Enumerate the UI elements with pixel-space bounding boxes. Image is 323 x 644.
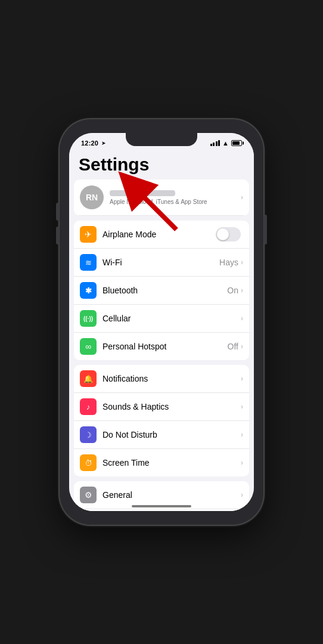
airplane-mode-toggle[interactable] <box>216 227 241 242</box>
airplane-mode-icon: ✈ <box>80 226 97 243</box>
profile-chevron: › <box>241 193 243 202</box>
notifications-chevron: › <box>241 374 243 383</box>
general-label: General <box>103 490 241 500</box>
notifications-icon: 🔔 <box>80 370 97 387</box>
page-title: Settings <box>69 150 254 179</box>
sounds-haptics-row[interactable]: ♪ Sounds & Haptics › <box>74 393 249 421</box>
airplane-mode-row[interactable]: ✈ Airplane Mode <box>74 221 249 249</box>
control-center-row[interactable]: ▦ Control Center › <box>74 509 249 511</box>
sounds-haptics-label: Sounds & Haptics <box>103 402 241 411</box>
system-section: 🔔 Notifications › ♪ Sounds & Haptics › <box>74 365 249 476</box>
screen-content: Settings RN Apple ID, iCloud, iTunes & A… <box>69 150 254 511</box>
do-not-disturb-icon: ☽ <box>80 426 97 443</box>
airplane-mode-label: Airplane Mode <box>103 230 216 239</box>
profile-row[interactable]: RN Apple ID, iCloud, iTunes & App Store … <box>74 179 249 216</box>
bluetooth-icon: ✱ <box>80 282 97 299</box>
screen-time-icon: ⏱ <box>80 454 97 471</box>
wifi-chevron: › <box>241 258 243 267</box>
wifi-label: Wi-Fi <box>103 258 219 267</box>
profile-section: RN Apple ID, iCloud, iTunes & App Store … <box>74 179 249 216</box>
screen-time-chevron: › <box>241 459 243 467</box>
notifications-row[interactable]: 🔔 Notifications › <box>74 365 249 393</box>
battery-icon <box>231 140 242 146</box>
wifi-value: Hays <box>219 258 238 267</box>
general-chevron: › <box>241 491 243 499</box>
do-not-disturb-chevron: › <box>241 431 243 439</box>
cellular-chevron: › <box>241 314 243 323</box>
cellular-icon: ((·)) <box>80 310 97 327</box>
wifi-status-icon: ▲ <box>222 140 229 147</box>
phone-screen: 12:20 ➤ ▲ Settings <box>69 133 254 511</box>
location-icon: ➤ <box>101 140 106 146</box>
personal-hotspot-icon: ∞ <box>80 338 97 355</box>
screen-time-label: Screen Time <box>103 458 241 467</box>
volume-up-button[interactable] <box>56 203 59 221</box>
cellular-row[interactable]: ((·)) Cellular › <box>74 305 249 333</box>
wifi-icon: ≋ <box>80 254 97 271</box>
bluetooth-label: Bluetooth <box>103 286 227 295</box>
general-icon: ⚙ <box>80 487 97 503</box>
do-not-disturb-row[interactable]: ☽ Do Not Disturb › <box>74 421 249 449</box>
phone-frame: 12:20 ➤ ▲ Settings <box>60 119 263 525</box>
status-icons: ▲ <box>210 140 242 147</box>
sounds-haptics-icon: ♪ <box>80 398 97 415</box>
sounds-haptics-chevron: › <box>241 402 243 411</box>
signal-icon <box>210 140 220 146</box>
avatar: RN <box>80 185 104 209</box>
bluetooth-row[interactable]: ✱ Bluetooth On › <box>74 277 249 305</box>
bluetooth-value: On <box>227 286 238 295</box>
notch <box>126 133 197 146</box>
personal-hotspot-label: Personal Hotspot <box>103 342 228 351</box>
profile-subtitle: Apple ID, iCloud, iTunes & App Store <box>110 199 241 205</box>
connectivity-section: ✈ Airplane Mode ≋ Wi-Fi Hays › <box>74 221 249 360</box>
volume-down-button[interactable] <box>56 227 59 244</box>
notifications-label: Notifications <box>103 374 241 383</box>
profile-name-blurred <box>110 190 175 196</box>
bluetooth-chevron: › <box>241 286 243 295</box>
power-button[interactable] <box>264 215 267 244</box>
profile-info: Apple ID, iCloud, iTunes & App Store <box>110 190 241 205</box>
personal-hotspot-row[interactable]: ∞ Personal Hotspot Off › <box>74 333 249 360</box>
status-time: 12:20 <box>81 140 98 147</box>
personal-hotspot-chevron: › <box>241 342 243 351</box>
wifi-row[interactable]: ≋ Wi-Fi Hays › <box>74 249 249 277</box>
home-indicator[interactable] <box>132 505 191 507</box>
screen-time-row[interactable]: ⏱ Screen Time › <box>74 449 249 476</box>
personal-hotspot-value: Off <box>228 342 238 351</box>
cellular-label: Cellular <box>103 314 241 323</box>
do-not-disturb-label: Do Not Disturb <box>103 430 241 439</box>
